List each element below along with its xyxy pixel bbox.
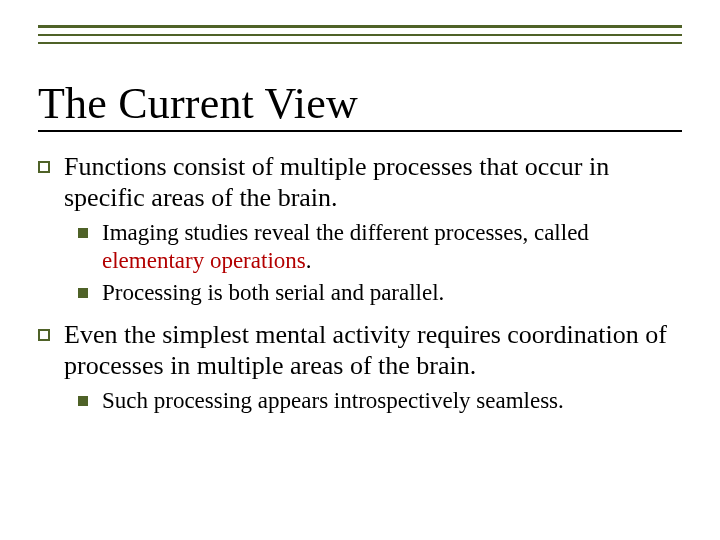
slide-title: The Current View: [38, 78, 358, 129]
text-run: Imaging studies reveal the different pro…: [102, 220, 589, 245]
list-item: Imaging studies reveal the different pro…: [78, 219, 694, 274]
text-run: Processing is both serial and parallel.: [102, 280, 444, 305]
text-run: Such processing appears introspectively …: [102, 388, 564, 413]
rule-line: [38, 42, 682, 44]
list-item-text: Processing is both serial and parallel.: [102, 279, 444, 307]
title-underline: [38, 130, 682, 132]
rule-line: [38, 34, 682, 36]
list-item-text: Such processing appears introspectively …: [102, 387, 564, 415]
filled-square-icon: [78, 396, 88, 406]
emphasis-text: elementary operations: [102, 248, 306, 273]
list-item: Processing is both serial and parallel.: [78, 279, 694, 307]
hollow-square-icon: [38, 329, 50, 341]
hollow-square-icon: [38, 161, 50, 173]
filled-square-icon: [78, 228, 88, 238]
sub-list: Imaging studies reveal the different pro…: [38, 219, 694, 306]
header-rules: [38, 25, 682, 50]
content-area: Functions consist of multiple processes …: [38, 152, 694, 429]
slide: The Current View Functions consist of mu…: [0, 0, 720, 540]
filled-square-icon: [78, 288, 88, 298]
list-item-text: Functions consist of multiple processes …: [64, 152, 694, 213]
sub-list: Such processing appears introspectively …: [38, 387, 694, 415]
list-item: Functions consist of multiple processes …: [38, 152, 694, 213]
list-item: Such processing appears introspectively …: [78, 387, 694, 415]
text-run: .: [306, 248, 312, 273]
list-item-text: Imaging studies reveal the different pro…: [102, 219, 694, 274]
list-item-text: Even the simplest mental activity requir…: [64, 320, 694, 381]
list-item: Even the simplest mental activity requir…: [38, 320, 694, 381]
rule-line: [38, 25, 682, 28]
